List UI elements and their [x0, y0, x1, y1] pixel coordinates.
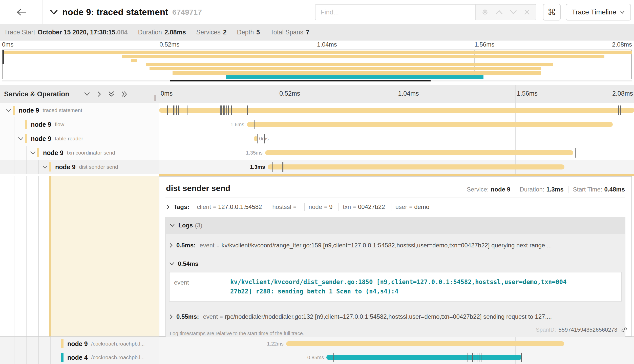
span-row[interactable]: node 9flow1.6ms: [0, 117, 634, 132]
indent-guide: [14, 337, 14, 351]
expander-chevron-icon[interactable]: [42, 165, 48, 169]
log-marker-tick: [176, 105, 177, 115]
span-duration-bar[interactable]: [326, 355, 522, 360]
service-name: node 9: [43, 149, 64, 157]
indent-guide: [38, 351, 39, 364]
chevron-right-icon: [169, 314, 173, 319]
log-timestamp: 0.55ms:: [176, 313, 199, 320]
selected-span-guide-stripe: [49, 176, 51, 336]
tag-value: 9: [329, 203, 332, 210]
tags-toggle-row[interactable]: Tags: client=127.0.0.1:54582hostssl=node…: [165, 198, 625, 216]
collapse-trace-icon[interactable]: [50, 9, 58, 15]
span-duration-label: 0.85ms: [307, 355, 324, 360]
locate-icon[interactable]: [481, 9, 489, 16]
span-name-cell[interactable]: node 9txn coordinator send: [0, 146, 159, 160]
span-name-cell[interactable]: node 9traced statement: [0, 103, 159, 117]
minimap-tick-label: 1.04ms: [317, 41, 337, 48]
minimap-canvas[interactable]: [2, 50, 632, 79]
minimap-span-bar: [226, 75, 483, 79]
span-duration-bar[interactable]: [247, 122, 613, 127]
back-arrow-icon: [16, 8, 26, 16]
collapse-all-icon[interactable]: [108, 91, 115, 97]
summary-value-suffix: .084: [115, 29, 128, 36]
log-marker-tick: [477, 353, 477, 362]
logs-toggle-header[interactable]: Logs (3): [166, 217, 625, 233]
span-row[interactable]: node 9traced statement: [0, 103, 634, 117]
log-marker-tick: [575, 148, 576, 158]
tag-divider: [304, 203, 305, 211]
find-next-icon[interactable]: [510, 10, 517, 15]
span-duration-bar[interactable]: [159, 108, 634, 113]
span-duration-bar[interactable]: [265, 150, 573, 155]
trace-view-select[interactable]: Trace Timeline: [566, 4, 631, 20]
indent-guide: [2, 103, 2, 117]
chevron-down-icon: [169, 262, 174, 266]
timeline-gridline: [397, 132, 397, 146]
minimap-scrollbar-thumb[interactable]: [170, 80, 431, 81]
indent-guide: [2, 176, 2, 336]
expander-chevron-icon[interactable]: [18, 137, 24, 141]
span-name-cell[interactable]: node 9table reader: [0, 132, 159, 146]
command-icon: ⌘: [547, 7, 556, 17]
expander-chevron-icon[interactable]: [6, 109, 12, 112]
trace-view-label: Trace Timeline: [572, 8, 616, 16]
log-entry-expanded[interactable]: 0.54ms: [169, 256, 622, 272]
span-name-cell[interactable]: node 9dist sender send: [0, 160, 159, 174]
tag-key: node: [309, 203, 322, 210]
log-value: rpc/nodedialer/nodedialer.go:132 [n9,cli…: [225, 313, 552, 320]
span-row[interactable]: node 9table reader0ms: [0, 132, 634, 146]
log-key: event: [174, 277, 230, 296]
span-duration-bar[interactable]: [286, 341, 564, 346]
service-name: node 9: [55, 163, 76, 171]
clear-find-icon[interactable]: [524, 9, 530, 15]
span-name-wrap: node 9flow: [18, 117, 64, 132]
log-key-values-table: event kv/kvclient/kvcoord/dist_sender.go…: [169, 272, 622, 302]
back-button[interactable]: [0, 0, 43, 24]
span-track[interactable]: 0.85ms: [159, 351, 634, 364]
minimap-drag-handle[interactable]: [3, 50, 4, 64]
span-track[interactable]: [159, 103, 634, 117]
span-name-cell[interactable]: node 9/cockroach.roachpb.l...: [0, 337, 159, 351]
operation-name: /cockroach.roachpb.l...: [91, 354, 145, 360]
expand-all-icon[interactable]: [121, 91, 128, 97]
span-row[interactable]: node 9txn coordinator send1.35ms: [0, 146, 634, 160]
span-track[interactable]: 1.22ms: [159, 337, 634, 351]
service-color-bar: [25, 134, 27, 143]
keyboard-shortcuts-button[interactable]: ⌘: [543, 4, 561, 20]
trace-id: 6749717: [172, 8, 202, 16]
log-marker-tick: [187, 105, 187, 115]
expander-chevron-icon[interactable]: [30, 151, 36, 155]
find-prev-icon[interactable]: [495, 10, 503, 15]
span-track[interactable]: 0ms: [159, 132, 634, 146]
span-row[interactable]: node 4/cockroach.roachpb.l...0.85ms: [0, 351, 634, 364]
tag-key: client: [197, 203, 211, 210]
span-track[interactable]: 1.6ms: [159, 117, 634, 132]
indent-guide: [38, 160, 39, 174]
column-resizer-grip[interactable]: ∥: [154, 94, 157, 101]
log-entry[interactable]: 0.5ms: event=kv/kvclient/kvcoord/range_i…: [169, 235, 622, 256]
trace-summary-bar: Trace StartOctober 15 2020, 17:38:15.084…: [0, 24, 634, 40]
span-duration-bar[interactable]: [268, 164, 564, 169]
minimap-scrollbar[interactable]: [2, 80, 632, 81]
service-color-bar: [49, 162, 51, 172]
log-entry[interactable]: 0.55ms: event=rpc/nodedialer/nodedialer.…: [169, 306, 622, 327]
summary-value: 2: [223, 29, 227, 36]
deep-link-icon[interactable]: [621, 327, 627, 333]
collapse-one-icon[interactable]: [83, 92, 91, 97]
span-row[interactable]: node 9/cockroach.roachpb.l...1.22ms: [0, 337, 634, 351]
span-track[interactable]: 1.35ms: [159, 146, 634, 160]
log-marker-tick: [521, 353, 522, 362]
span-track[interactable]: 1.3ms: [159, 160, 634, 174]
service-name: node 9: [67, 340, 88, 348]
span-row[interactable]: node 9dist sender send1.3ms: [0, 160, 634, 174]
indent-guide: [14, 160, 14, 174]
tag-key: txn: [343, 203, 351, 210]
expand-one-icon[interactable]: [97, 91, 102, 97]
span-name-cell[interactable]: node 9flow: [0, 117, 159, 132]
tags-items: client=127.0.0.1:54582hostssl=node=9txn=…: [193, 203, 429, 211]
span-title: dist sender send: [166, 184, 230, 193]
log-marker-tick: [167, 105, 168, 115]
indent-guide: [50, 351, 51, 364]
span-name-cell[interactable]: node 4/cockroach.roachpb.l...: [0, 351, 159, 364]
find-input[interactable]: [315, 5, 475, 20]
